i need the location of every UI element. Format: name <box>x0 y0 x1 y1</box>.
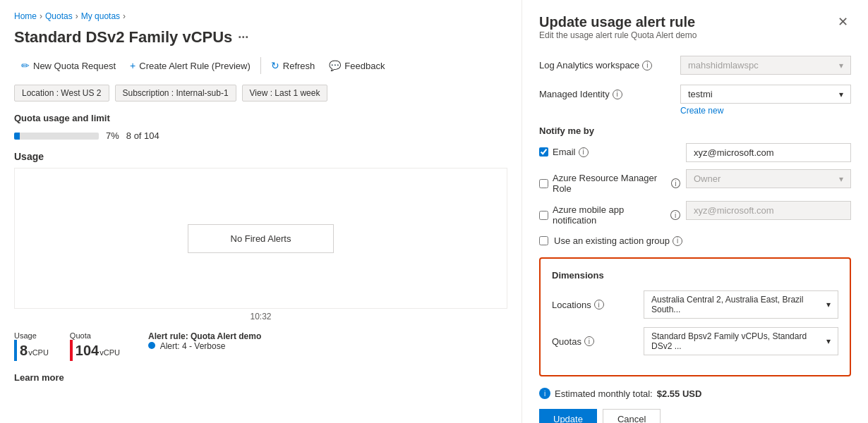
mobile-checkbox[interactable] <box>539 211 548 220</box>
managed-identity-row: Managed Identity i testmi ▾ Create new <box>539 85 851 116</box>
quotas-row: Quotas i Standard Bpsv2 Family vCPUs, St… <box>552 327 838 355</box>
email-input[interactable] <box>686 143 851 162</box>
breadcrumb: Home › Quotas › My quotas › <box>14 11 507 21</box>
mobile-input-control <box>686 201 851 220</box>
breadcrumb-my-quotas[interactable]: My quotas <box>81 11 120 21</box>
quota-stat: Quota 104vCPU <box>70 331 120 361</box>
alert-rule-title: Alert rule: Quota Alert demo <box>148 331 261 341</box>
quota-label: Quota <box>70 331 120 340</box>
no-alerts-box: No Fired Alerts <box>188 224 334 253</box>
action-group-info-icon[interactable]: i <box>673 236 682 246</box>
email-label: Email i <box>553 147 589 157</box>
quota-value: 104vCPU <box>76 343 120 359</box>
managed-identity-label: Managed Identity i <box>539 85 680 99</box>
usage-label: Usage <box>14 331 49 340</box>
alert-verbose: Alert: 4 - Verbose <box>148 341 261 351</box>
log-analytics-select[interactable]: mahshidmlawspc ▾ <box>680 56 851 75</box>
update-button[interactable]: Update <box>539 409 597 423</box>
create-new-link[interactable]: Create new <box>680 106 851 116</box>
log-analytics-label: Log Analytics workspace i <box>539 56 680 70</box>
mobile-input[interactable] <box>686 201 851 220</box>
chevron-down-icon4: ▾ <box>826 300 831 309</box>
log-analytics-info-icon[interactable]: i <box>642 61 652 70</box>
notify-title: Notify me by <box>539 125 851 136</box>
breadcrumb-sep1: › <box>40 11 42 21</box>
chevron-down-icon3: ▾ <box>839 174 843 184</box>
mobile-info-icon[interactable]: i <box>670 210 680 220</box>
chevron-down-icon2: ▾ <box>839 90 843 99</box>
feedback-label: Feedback <box>344 61 385 71</box>
stats-row: Usage 8vCPU Quota 104vCPU <box>14 331 507 361</box>
chevron-down-icon: ▾ <box>839 61 843 70</box>
estimated-info-icon: i <box>539 388 550 399</box>
arm-role-label: Azure Resource Manager Role i <box>553 173 680 194</box>
locations-info-icon[interactable]: i <box>594 300 604 309</box>
estimated-row: i Estimated monthly total: $2.55 USD <box>539 388 851 399</box>
panel-subtitle: Edit the usage alert rule Quota Alert de… <box>539 30 697 40</box>
close-button[interactable]: ✕ <box>835 14 851 30</box>
breadcrumb-sep3: › <box>123 11 126 21</box>
dimensions-title: Dimensions <box>552 270 838 281</box>
chart-area: No Fired Alerts <box>14 168 507 309</box>
cancel-button[interactable]: Cancel <box>603 409 661 423</box>
arm-role-checkbox[interactable] <box>539 179 548 188</box>
feedback-icon: 💬 <box>329 60 341 71</box>
log-analytics-control: mahshidmlawspc ▾ <box>680 56 851 75</box>
create-alert-rule-button[interactable]: + Create Alert Rule (Preview) <box>123 56 258 75</box>
quotas-control: Standard Bpsv2 Family vCPUs, Standard DS… <box>644 327 838 355</box>
new-quota-request-button[interactable]: ✏ New Quota Request <box>14 56 123 75</box>
email-checkbox[interactable] <box>539 147 548 157</box>
filters-row: Location : West US 2 Subscription : Inte… <box>14 85 507 102</box>
create-alert-label: Create Alert Rule (Preview) <box>139 61 251 71</box>
locations-row: Locations i Australia Central 2, Austral… <box>552 290 838 319</box>
email-row: Email i <box>539 143 851 162</box>
quota-bar-stat <box>70 340 73 361</box>
view-filter[interactable]: View : Last 1 week <box>242 85 328 102</box>
quotas-info-icon[interactable]: i <box>584 336 594 346</box>
locations-control: Australia Central 2, Australia East, Bra… <box>644 290 838 319</box>
left-panel: Home › Quotas › My quotas › Standard DSv… <box>0 0 522 423</box>
subscription-filter[interactable]: Subscription : Internal-sub-1 <box>115 85 236 102</box>
quotas-select[interactable]: Standard Bpsv2 Family vCPUs, Standard DS… <box>644 327 838 355</box>
email-info-icon[interactable]: i <box>579 147 589 157</box>
breadcrumb-home[interactable]: Home <box>14 11 37 21</box>
action-buttons: Update Cancel <box>539 409 851 423</box>
managed-identity-info-icon[interactable]: i <box>613 90 622 99</box>
chart-time: 10:32 <box>14 312 507 321</box>
toolbar-separator <box>260 57 261 74</box>
log-analytics-row: Log Analytics workspace i mahshidmlawspc… <box>539 56 851 75</box>
feedback-button[interactable]: 💬 Feedback <box>322 56 392 75</box>
quota-percentage: 7% <box>106 130 119 141</box>
action-group-checkbox[interactable] <box>539 236 548 245</box>
page-title-row: Standard DSv2 Family vCPUs ··· <box>14 28 507 47</box>
locations-select[interactable]: Australia Central 2, Australia East, Bra… <box>644 290 838 319</box>
managed-identity-select[interactable]: testmi ▾ <box>680 85 851 104</box>
alert-rule-info: Alert rule: Quota Alert demo Alert: 4 - … <box>148 331 261 351</box>
chevron-down-icon5: ▾ <box>826 336 831 346</box>
chart-label: Usage <box>14 151 507 162</box>
quotas-label: Quotas i <box>552 336 644 347</box>
dimensions-box: Dimensions Locations i Australia Central… <box>539 257 851 376</box>
toolbar: ✏ New Quota Request + Create Alert Rule … <box>14 56 507 75</box>
estimated-amount: $2.55 USD <box>657 388 702 399</box>
email-input-control <box>686 143 851 162</box>
chart-section: Usage No Fired Alerts 10:32 <box>14 151 507 321</box>
estimated-label: Estimated monthly total: <box>555 388 653 399</box>
mobile-label: Azure mobile app notification i <box>553 204 680 226</box>
pencil-icon: ✏ <box>21 60 30 71</box>
action-group-row: Use an existing action group i <box>539 235 851 246</box>
arm-role-select[interactable]: Owner ▾ <box>686 169 851 188</box>
action-group-label: Use an existing action group i <box>554 235 682 246</box>
page-title-more[interactable]: ··· <box>238 30 248 45</box>
quota-numbers: 8 of 104 <box>126 130 159 141</box>
panel-header: Update usage alert rule Edit the usage a… <box>539 14 851 53</box>
arm-role-row: Azure Resource Manager Role i Owner ▾ <box>539 169 851 194</box>
mobile-row: Azure mobile app notification i <box>539 201 851 226</box>
arm-role-info-icon[interactable]: i <box>671 178 680 188</box>
breadcrumb-quotas[interactable]: Quotas <box>45 11 73 21</box>
refresh-button[interactable]: ↻ Refresh <box>264 56 323 75</box>
breadcrumb-sep2: › <box>76 11 78 21</box>
alert-dot <box>148 342 155 349</box>
learn-more[interactable]: Learn more <box>14 372 507 383</box>
location-filter[interactable]: Location : West US 2 <box>14 85 109 102</box>
